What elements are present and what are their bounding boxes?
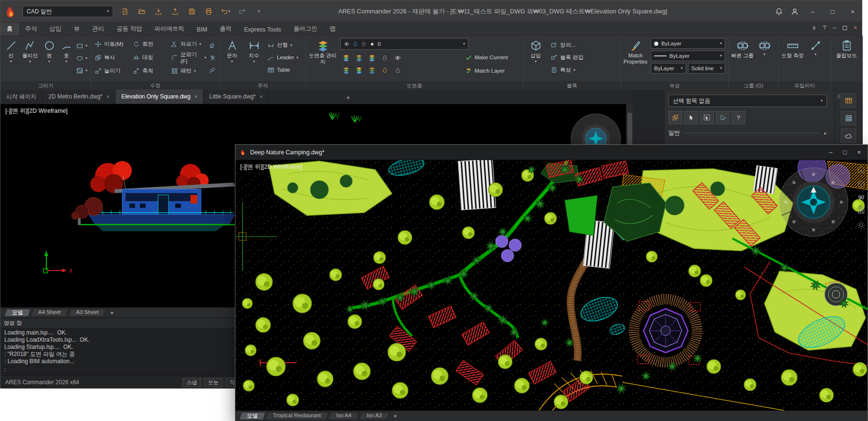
layer-tool-7[interactable] (353, 65, 365, 76)
make-current-button[interactable]: Make Current (464, 51, 509, 64)
modify-tool-button[interactable]: 자르기▾ (169, 38, 208, 50)
document-tab[interactable]: Little Square.dwg* × (203, 89, 269, 104)
layers-palette-tab[interactable] (841, 111, 856, 125)
child-sheet-tab[interactable]: Iso A4 (328, 411, 359, 421)
insert-block-button[interactable]: 삽입▾ (525, 38, 546, 79)
ribbon-tab[interactable]: 주석 (19, 22, 43, 35)
define-block-button[interactable]: 정의... (549, 39, 585, 51)
select-cursor-button[interactable] (684, 111, 698, 124)
child-drawing-viewport[interactable]: [-][맨 위][2D Wireframe] (235, 160, 868, 410)
line-tool-button[interactable]: 선▾ (2, 38, 20, 79)
ellipse-tool-button[interactable]: ▾ (75, 52, 88, 64)
measure-button[interactable]: 도형 측정 (781, 38, 804, 79)
status-toggle-button[interactable]: 스냅 (182, 378, 201, 387)
layer-tool-4[interactable] (379, 52, 391, 63)
erase-tool-button[interactable] (208, 39, 217, 51)
child-new-sheet-button[interactable]: + (393, 412, 397, 420)
select-elements-button[interactable] (668, 111, 682, 124)
rectangle-tool-button[interactable]: ▾ (75, 40, 88, 52)
child-sheet-tab[interactable]: 모델 (239, 411, 265, 421)
new-document-tab-button[interactable]: + (340, 92, 356, 103)
print-button[interactable] (202, 6, 215, 17)
arc-tool-button[interactable]: 호▾ (59, 38, 74, 79)
modify-tool-button[interactable]: 이동(M)▾ (93, 38, 131, 50)
close-tab-icon[interactable]: × (260, 94, 263, 99)
table-button[interactable]: Table (266, 64, 300, 76)
save-button[interactable] (186, 6, 198, 17)
layer-tool-2[interactable] (353, 52, 365, 63)
sheet-tab[interactable]: 모델 (4, 308, 31, 317)
export-button[interactable] (169, 6, 181, 17)
color-combo[interactable]: ByLayer▾ (651, 38, 725, 49)
workspace-combo[interactable]: CAD 일반 ▾ (22, 6, 113, 17)
layer-tool-9[interactable] (379, 65, 391, 76)
close-tab-icon[interactable]: × (106, 94, 109, 99)
ungroup-button[interactable]: ▾ (756, 38, 773, 79)
select-box-button[interactable] (700, 111, 714, 124)
child-viewport-controls-label[interactable]: [-][맨 위][2D Wireframe] (240, 163, 303, 171)
ribbon-tab[interactable]: 파라메트릭 (148, 22, 191, 35)
ribbon-tab[interactable]: 삽입 (43, 22, 68, 35)
ribbon-tab[interactable]: 플러그인 (287, 22, 324, 35)
sheet-tab[interactable]: A3 Sheet (68, 308, 106, 317)
layer-tool-10[interactable] (392, 65, 403, 76)
dimension-tool-button[interactable]: 치수▾ (244, 38, 264, 79)
new-sheet-button[interactable]: + (110, 309, 114, 316)
child-titlebar[interactable]: Deep Nature Camping.dwg* – □ × (235, 145, 868, 160)
customize-qat-button[interactable]: ▾ (253, 6, 265, 17)
viewport-settings-gear-icon[interactable] (857, 221, 866, 230)
import-button[interactable] (152, 6, 165, 17)
block-attrs-button[interactable]: 특성▾ (549, 64, 585, 76)
layer-combo[interactable]: 0 ▾ (340, 38, 468, 50)
redo-button[interactable] (236, 6, 248, 17)
layers-manager-button[interactable]: 도면층 관리자 (308, 38, 338, 65)
edit-block-button[interactable]: 블록 편집 (549, 51, 585, 64)
child-sheet-tab[interactable]: Iso A3 (359, 411, 390, 421)
modify-tool-button[interactable]: 대칭▾ (131, 51, 169, 64)
layer-tool-3[interactable] (366, 52, 378, 63)
lineweight-combo[interactable]: ByLayer▾ (651, 51, 725, 61)
modify-tool-button[interactable]: 복사▾ (93, 51, 131, 64)
quick-group-button[interactable]: 빠른 그룹 (730, 38, 754, 79)
circle-tool-button[interactable]: 원▾ (41, 38, 58, 79)
linear-dim-button[interactable]: 선형▾ (266, 39, 300, 51)
ribbon-tab[interactable]: Express Tools (238, 24, 287, 35)
edit-list-button[interactable] (716, 111, 730, 124)
status-toggle-button[interactable]: 모눈 (204, 378, 223, 387)
child-minimize-button[interactable]: – (829, 146, 832, 159)
pin-icon[interactable] (836, 94, 842, 100)
layer-tool-6[interactable] (340, 65, 352, 76)
ribbon-tab[interactable]: 공동 작업 (110, 22, 148, 35)
properties-section-general[interactable]: 일반 ▲ (668, 129, 827, 137)
modify-tool-button[interactable]: 회전▾ (131, 38, 169, 50)
grid-toggle-icon[interactable] (857, 206, 866, 215)
layer-tool-5[interactable] (392, 52, 403, 63)
maximize-window-button[interactable]: □ (826, 5, 839, 18)
child-window-deep-nature-camping[interactable]: Deep Nature Camping.dwg* – □ × [-][맨 위][… (235, 144, 868, 421)
linestyle-combo[interactable]: ByLayer▾ (651, 63, 686, 74)
modify-tool-button[interactable]: 모깎기(F)▾ (169, 51, 208, 64)
clipboard-button[interactable]: 클립보드 (833, 38, 860, 79)
leader-button[interactable]: Leader▾ (266, 51, 300, 64)
doc-close-icon[interactable]: × (854, 24, 857, 31)
doc-minimize-icon[interactable]: – (833, 24, 836, 31)
layer-tool-8[interactable] (366, 65, 378, 76)
modify-tool-button[interactable]: 패턴▾ (169, 65, 208, 77)
match-properties-button[interactable]: Match Properties (622, 38, 649, 65)
modify-tool-button[interactable]: 축척▾ (131, 65, 169, 77)
ribbon-tab[interactable]: 출력 (213, 22, 238, 35)
minimize-window-button[interactable]: – (806, 5, 819, 18)
viewport-controls-label[interactable]: [-][맨 위][2D Wireframe] (5, 107, 68, 115)
sheet-tab[interactable]: A4 Sheet (31, 308, 68, 317)
offset-tool-button[interactable] (208, 65, 217, 76)
notifications-bell-icon[interactable] (775, 8, 783, 16)
explode-tool-button[interactable] (208, 52, 217, 64)
close-tab-icon[interactable]: × (194, 94, 197, 99)
ribbon-tab[interactable]: 홈 (0, 22, 19, 35)
undo-button[interactable]: ▾ (219, 6, 232, 17)
match-layer-button[interactable]: Match Layer (464, 65, 506, 77)
polyline-tool-button[interactable]: 폴리선▾ (21, 38, 40, 79)
open-file-button[interactable] (136, 6, 148, 17)
text-tool-button[interactable]: 문자▾ (222, 38, 242, 79)
child-maximize-button[interactable]: □ (843, 146, 847, 159)
